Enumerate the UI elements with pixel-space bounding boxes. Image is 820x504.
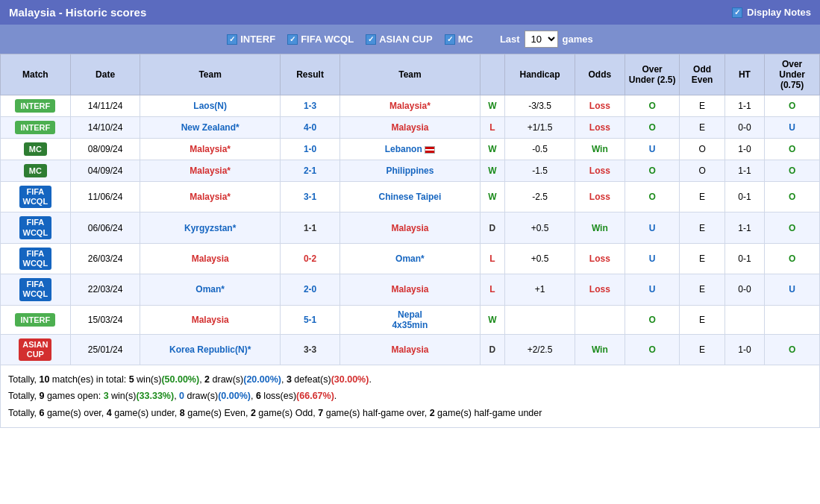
fifa-checkbox[interactable]: ✓: [287, 34, 298, 45]
handicap-cell: +1: [505, 274, 575, 305]
team2-cell: Chinese Taipei: [340, 182, 480, 212]
team1-cell: Malaysia: [140, 243, 280, 274]
odds-cell: Loss: [575, 160, 625, 182]
team1-cell: Malaysia: [140, 305, 280, 334]
oe-cell: E: [680, 117, 724, 139]
oe-cell: E: [680, 212, 724, 243]
ou075-cell: O: [765, 243, 820, 274]
ht-cell: [724, 305, 765, 334]
team2-cell: Malaysia*: [340, 95, 480, 117]
team2-cell: Nepal4x35min: [340, 305, 480, 334]
team2-cell: Oman*: [340, 243, 480, 274]
ou075-cell: O: [765, 334, 820, 365]
oe-cell: E: [680, 305, 724, 334]
summary-line3: Totally, 6 game(s) over, 4 game(s) under…: [8, 405, 812, 422]
match-badge: FIFAWCQL: [19, 278, 52, 300]
display-notes-checkbox[interactable]: ✓: [732, 7, 742, 18]
oe-cell: E: [680, 95, 724, 117]
table-row: ASIANCUP25/01/24Korea Republic(N)*3-3Mal…: [1, 334, 820, 365]
ou075-cell: U: [765, 117, 820, 139]
col-ou075: Over Under (0.75): [765, 54, 820, 95]
handicap-cell: +1/1.5: [505, 117, 575, 139]
odds-cell: [575, 305, 625, 334]
match-badge: MC: [24, 164, 47, 177]
team2-cell: Malaysia: [340, 334, 480, 365]
team2-cell: Malaysia: [340, 274, 480, 305]
match-type-cell: FIFAWCQL: [1, 212, 71, 243]
col-team1: Team: [140, 54, 280, 95]
date-cell: 06/06/24: [70, 212, 140, 243]
handicap-cell: [505, 305, 575, 334]
col-oe: Odd Even: [680, 54, 724, 95]
handicap-cell: +0.5: [505, 243, 575, 274]
filters-bar: ✓ INTERF ✓ FIFA WCQL ✓ ASIAN CUP ✓ MC La…: [0, 25, 820, 54]
match-badge: ASIANCUP: [19, 338, 51, 361]
oe-cell: O: [680, 160, 724, 182]
ou25-cell: U: [625, 243, 680, 274]
date-cell: 22/03/24: [70, 274, 140, 305]
handicap-cell: -1.5: [505, 160, 575, 182]
col-team2: Team: [340, 54, 480, 95]
filter-fifa[interactable]: ✓ FIFA WCQL: [287, 34, 354, 45]
result-cell: 2-0: [280, 274, 339, 305]
ht-cell: 0-0: [724, 274, 765, 305]
odds-cell: Win: [575, 139, 625, 160]
odds-cell: Loss: [575, 274, 625, 305]
odds-cell: Win: [575, 212, 625, 243]
interf-checkbox[interactable]: ✓: [227, 34, 237, 45]
handicap-cell: +2/2.5: [505, 334, 575, 365]
wdl-cell: W: [480, 182, 504, 212]
page-title: Malaysia - Historic scores: [9, 6, 146, 19]
wdl-cell: W: [480, 160, 504, 182]
ou25-cell: O: [625, 305, 680, 334]
date-cell: 15/03/24: [70, 305, 140, 334]
wdl-cell: L: [480, 243, 504, 274]
games-select[interactable]: 10 5 20: [525, 31, 558, 48]
mc-label: MC: [458, 34, 473, 45]
ou075-cell: O: [765, 212, 820, 243]
result-cell: 2-1: [280, 160, 339, 182]
match-type-cell: FIFAWCQL: [1, 182, 71, 212]
team2-cell: Lebanon: [340, 139, 480, 160]
oe-cell: E: [680, 243, 724, 274]
scores-table: Match Date Team Result Team Handicap Odd…: [0, 54, 820, 365]
last-games-control: Last 10 5 20 games: [500, 31, 593, 48]
ou25-cell: U: [625, 139, 680, 160]
team1-cell: Oman*: [140, 274, 280, 305]
result-cell: 0-2: [280, 243, 339, 274]
mc-checkbox[interactable]: ✓: [445, 34, 455, 45]
filter-asian[interactable]: ✓ ASIAN CUP: [366, 34, 433, 45]
filter-mc[interactable]: ✓ MC: [445, 34, 473, 45]
table-row: INTERF14/11/24Laos(N)1-3Malaysia*W-3/3.5…: [1, 95, 820, 117]
asian-checkbox[interactable]: ✓: [366, 34, 376, 45]
header: Malaysia - Historic scores ✓ Display Not…: [0, 0, 820, 25]
match-type-cell: MC: [1, 160, 71, 182]
team2-cell: Malaysia: [340, 117, 480, 139]
match-badge: FIFAWCQL: [19, 186, 52, 208]
ht-cell: 1-1: [724, 95, 765, 117]
wdl-cell: W: [480, 305, 504, 334]
result-cell: 3-3: [280, 334, 339, 365]
display-notes-container[interactable]: ✓ Display Notes: [732, 7, 811, 18]
odds-cell: Loss: [575, 95, 625, 117]
ht-cell: 1-1: [724, 212, 765, 243]
oe-cell: E: [680, 274, 724, 305]
match-badge: MC: [24, 142, 47, 156]
match-badge: INTERF: [15, 313, 55, 327]
interf-label: INTERF: [240, 34, 275, 45]
wdl-cell: D: [480, 334, 504, 365]
ou075-cell: O: [765, 160, 820, 182]
ht-cell: 1-0: [724, 334, 765, 365]
wdl-cell: L: [480, 274, 504, 305]
team1-cell: Laos(N): [140, 95, 280, 117]
filter-interf[interactable]: ✓ INTERF: [227, 34, 275, 45]
date-cell: 11/06/24: [70, 182, 140, 212]
ou075-cell: O: [765, 182, 820, 212]
table-row: INTERF14/10/24New Zealand*4-0MalaysiaL+1…: [1, 117, 820, 139]
col-ou25: Over Under (2.5): [625, 54, 680, 95]
table-row: FIFAWCQL06/06/24Kyrgyzstan*1-1MalaysiaD+…: [1, 212, 820, 243]
result-cell: 1-1: [280, 212, 339, 243]
table-row: FIFAWCQL26/03/24Malaysia0-2Oman*L+0.5Los…: [1, 243, 820, 274]
result-cell: 5-1: [280, 305, 339, 334]
wdl-cell: W: [480, 95, 504, 117]
